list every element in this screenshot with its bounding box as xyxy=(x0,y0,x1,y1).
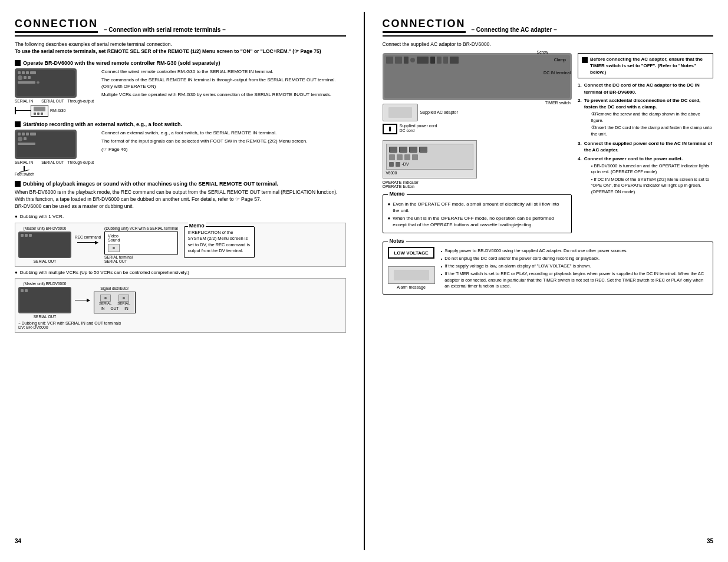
warning-title-box: Before connecting the AC adaptor, ensure… xyxy=(578,53,713,79)
dub1-terminal-label: SERIAL OUT xyxy=(104,259,178,263)
dub1-mbtn-2 xyxy=(25,234,28,237)
subsection-foot-title: Start/stop recording with an external sw… xyxy=(15,121,346,127)
ac-port-5 xyxy=(417,57,429,64)
rm-g30-cable-h xyxy=(16,110,31,111)
dc-in-label: DC IN terminal xyxy=(543,71,571,75)
ac-diagram-area: Screw Clamp DC IN terminal TIMER switch … xyxy=(383,53,714,237)
page-num-left: 34 xyxy=(15,538,21,544)
foot-slot xyxy=(18,143,35,145)
subsection-dub-title: Dubbing of playback images or sound with… xyxy=(15,181,346,187)
dub2-master-btns xyxy=(19,288,70,293)
memo-bullet-2: ● xyxy=(388,215,391,228)
page-divider xyxy=(364,12,365,550)
dub1-arrow-row: ▶ xyxy=(77,240,98,245)
right-info-col: Before connecting the AC adaptor, ensure… xyxy=(578,53,713,237)
v6000-label: V6000 xyxy=(386,171,473,175)
operate-mid-row xyxy=(389,154,470,160)
dub1-master-device xyxy=(18,232,71,258)
rm-g30-diagram-row: SERIAL IN SERIAL OUT Through-output xyxy=(15,68,346,117)
dub2-master-col: (Master unit) BR-DV6000 SERIAL OUT xyxy=(18,282,71,319)
rm-g30-name-label: RM-G30 xyxy=(50,108,65,113)
power-cord-area: Supplied power cord DC cord xyxy=(383,124,572,135)
right-page: CONNECTION – Connecting the AC adapter –… xyxy=(374,12,723,550)
foot-btn-1 xyxy=(18,133,21,135)
note-text-4: If the TIMER switch is set to REC or PLA… xyxy=(444,271,708,290)
rm-g30-serial-in-label: SERIAL IN xyxy=(15,99,33,103)
steps-container: 1. Connect the DC cord of the AC adapter… xyxy=(578,82,713,196)
left-section-subtitle: – Connection with serial remote terminal… xyxy=(104,27,226,33)
operate-inner: -DV xyxy=(386,144,473,170)
ac-port-7 xyxy=(437,57,442,64)
dub1-mbtn-3 xyxy=(29,234,32,237)
dub2-master-device xyxy=(18,287,71,313)
warning-black-square xyxy=(582,57,588,63)
dub1-vcr-col: (Dubbing unit) VCR with a SERIAL termina… xyxy=(104,226,178,263)
dub2-mbtn-1 xyxy=(21,289,24,292)
step-4-text: Connect the power cord to the power outl… xyxy=(584,156,713,162)
dub1-sound-label: Sound xyxy=(108,238,174,242)
dub1-arrow-head: ▶ xyxy=(95,240,98,245)
step-3: 3. Connect the supplied power cord to th… xyxy=(578,140,713,153)
dub1-master-col: (Master unit) BR-DV6000 SERIAL OUT xyxy=(18,226,71,263)
rm-g30-btn-4 xyxy=(30,71,36,74)
step-4: 4. Connect the power cord to the power o… xyxy=(578,156,713,197)
operate-top-row xyxy=(389,147,470,153)
dub2-arrow-line xyxy=(75,300,87,300)
dub2-serial2-label: SERIAL xyxy=(117,302,130,305)
rm-g30-serial-out-label: SERIAL OUT xyxy=(41,99,64,103)
alarm-area: Alarm message xyxy=(388,266,435,289)
note-text-1: Supply power to BR-DV6000 using the supp… xyxy=(444,248,627,254)
bullet-dub2: ● xyxy=(15,269,18,276)
dub2-diagram: (Master unit) BR-DV6000 SERIAL OUT xyxy=(15,278,346,333)
note-bullet-4: • xyxy=(441,271,443,290)
dub1-memo-text: If REPLICATION of the SYSTEM (2/2) Menu … xyxy=(188,230,251,254)
note-bullet-1: • xyxy=(441,248,443,254)
right-intro: Connect the supplied AC adaptor to BR-DV… xyxy=(383,41,714,48)
rm-g30-btn-row-3 xyxy=(18,81,74,84)
low-voltage-area: LOW VOLTAGE xyxy=(388,247,434,260)
ac-device-ports xyxy=(384,55,571,98)
step-4-sub-1: • BR-DV6000 is turned on and the OPERATE… xyxy=(591,163,713,176)
note-bullet-3: • xyxy=(441,263,443,270)
left-section-header: CONNECTION – Connection with serial remo… xyxy=(15,18,346,37)
dub1-arrow-line xyxy=(77,242,95,243)
rm-g30-desc-2: Multiple VCRs can be operated with RM-G3… xyxy=(101,91,345,98)
notes-left-col: LOW VOLTAGE Alarm message xyxy=(388,247,435,291)
foot-switch-row: Foot switch xyxy=(15,166,94,176)
low-voltage-text: LOW VOLTAGE xyxy=(394,250,428,256)
dub1-serial-row xyxy=(108,244,174,252)
step-2-sub2-text: ②Insert the DC cord into the clamp and f… xyxy=(591,125,713,137)
note-item-2: • Do not unplug the DC cord and/or the p… xyxy=(441,256,709,262)
dub2-in-label: IN xyxy=(101,306,105,310)
dub1-rec-label: REC command xyxy=(75,235,101,239)
dub2-serial1-port xyxy=(100,295,111,302)
power-socket-box xyxy=(383,124,397,134)
rm-g30-throughput-label: Through-output xyxy=(68,99,94,103)
supplied-ac-row: Supplied AC adaptor xyxy=(383,104,572,121)
foot-btn-row-2 xyxy=(18,137,74,141)
foot-dial xyxy=(18,137,22,141)
dub1-vcr-label: (Dubbing unit) VCR with a SERIAL termina… xyxy=(104,226,178,230)
dub2-fn2: DV: BR-DV6000 xyxy=(18,325,342,329)
foot-labels-row: SERIAL IN SERIAL OUT Through-output xyxy=(15,160,94,164)
foot-switch-label: Foot switch xyxy=(15,172,34,176)
operate-btn-3 xyxy=(409,147,417,153)
dub2-inout-row: IN OUT IN xyxy=(101,306,129,310)
dub1-master-label: (Master unit) BR-DV6000 xyxy=(24,226,67,230)
step-3-text: Connect the supplied power cord to the A… xyxy=(584,140,713,153)
rm-g30-device-diagram: SERIAL IN SERIAL OUT Through-output xyxy=(15,68,94,117)
dub2-port1-dot xyxy=(104,297,107,299)
operate-bot-row: -DV xyxy=(389,162,470,167)
alarm-label: Alarm message xyxy=(397,285,426,289)
rm-g30-btn-1 xyxy=(18,71,21,74)
rm-g30-remote-display xyxy=(34,107,45,111)
cord-labels-col: Supplied power cord DC cord xyxy=(400,124,437,133)
foot-btn-row-1 xyxy=(18,133,74,135)
step-2-sub1-text: ①Remove the screw and the clamp shown in… xyxy=(591,111,713,124)
rm-g30-desc-0: Connect the wired remote controller RM-G… xyxy=(101,68,345,75)
dub-body-text: When BR-DV6000 is in the playback mode, … xyxy=(15,189,346,203)
black-square-2 xyxy=(15,121,21,127)
foot-device-body xyxy=(15,130,77,159)
step-1-num: 1. xyxy=(578,82,582,95)
supplied-ac-label: Supplied AC adaptor xyxy=(420,110,458,114)
